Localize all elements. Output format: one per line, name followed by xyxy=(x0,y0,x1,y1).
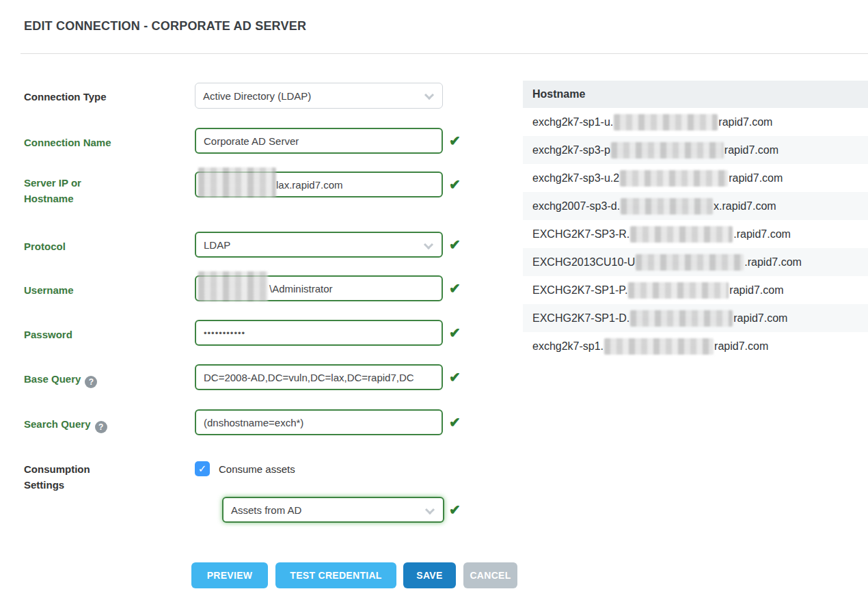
base-query-label: Base Query? xyxy=(24,371,185,388)
hostname-suffix: rapid7.com xyxy=(729,284,783,297)
hostname-prefix: EXCHG2013CU10-U xyxy=(532,256,635,269)
redacted-text-block xyxy=(621,198,713,215)
username-label: Username xyxy=(24,282,185,298)
hostname-suffix: rapid7.com xyxy=(733,312,787,325)
help-icon[interactable]: ? xyxy=(85,376,97,388)
hostname-prefix: exchg2k7-sp3-p xyxy=(532,144,610,156)
redacted-text-block xyxy=(198,167,276,197)
connection-type-value: Active Directory (LDAP) xyxy=(203,90,311,102)
hostname-prefix: EXCHG2K7-SP3-R. xyxy=(532,228,629,241)
username-input[interactable]: \Administrator xyxy=(195,275,443,301)
connection-type-label: Connection Type xyxy=(24,89,185,105)
hostname-row: exchg2k7-sp3-u.2 rapid7.com xyxy=(523,164,868,192)
redacted-text-block xyxy=(604,338,714,355)
username-valid-icon: ✔ xyxy=(449,280,464,297)
hostname-suffix: rapid7.com xyxy=(714,340,768,353)
consume-assets-checkbox[interactable]: ✓ xyxy=(195,461,210,476)
hostname-suffix: rapid7.com xyxy=(718,116,772,128)
redacted-text-block xyxy=(628,282,729,299)
save-button[interactable]: SAVE xyxy=(403,562,456,588)
preview-button[interactable]: PREVIEW xyxy=(191,562,268,588)
hostname-suffix: x.rapid7.com xyxy=(714,200,776,213)
hostname-suffix: .rapid7.com xyxy=(744,256,802,269)
hostname-prefix: EXCHG2K7-SP1-P. xyxy=(532,284,627,297)
test-credential-button[interactable]: TEST CREDENTIAL xyxy=(275,562,396,588)
consume-assets-label: Consume assets xyxy=(219,463,295,475)
page-title: EDIT CONNECTION - CORPORATE AD SERVER xyxy=(24,19,306,33)
redacted-text-block xyxy=(620,170,728,187)
redacted-text-block xyxy=(614,114,718,131)
cancel-button[interactable]: CANCEL xyxy=(463,562,517,588)
hostname-prefix: exchg2007-sp3-d. xyxy=(532,200,620,213)
protocol-valid-icon: ✔ xyxy=(449,236,464,253)
password-valid-icon: ✔ xyxy=(449,325,464,341)
connection-type-select[interactable]: Active Directory (LDAP) xyxy=(195,83,443,109)
server-ip-valid-icon: ✔ xyxy=(449,176,464,193)
hostname-suffix: .rapid7.com xyxy=(733,228,791,241)
hostname-rows: exchg2k7-sp1-u. rapid7.com exchg2k7-sp3-… xyxy=(523,108,868,360)
chevron-down-icon xyxy=(424,240,433,249)
hostname-prefix: exchg2k7-sp3-u.2 xyxy=(532,172,619,184)
hostname-suffix: rapid7.com xyxy=(724,144,778,156)
hostname-table: Hostname exchg2k7-sp1-u. rapid7.com exch… xyxy=(523,81,868,360)
password-label: Password xyxy=(24,327,185,342)
search-query-valid-icon: ✔ xyxy=(449,414,464,430)
connection-name-input[interactable] xyxy=(195,128,443,154)
redacted-text-block xyxy=(630,310,733,327)
protocol-value: LDAP xyxy=(204,239,230,251)
connection-name-label: Connection Name xyxy=(24,135,185,150)
password-input[interactable] xyxy=(195,320,443,346)
protocol-label: Protocol xyxy=(24,238,185,254)
connection-name-valid-icon: ✔ xyxy=(449,133,464,149)
hostname-row: EXCHG2013CU10-U .rapid7.com xyxy=(523,248,868,276)
server-ip-input[interactable]: lax.rapid7.com xyxy=(195,172,443,197)
hostname-suffix: rapid7.com xyxy=(729,172,783,184)
assets-source-value: Assets from AD xyxy=(231,504,301,516)
chevron-down-icon xyxy=(424,90,434,100)
assets-source-valid-icon: ✔ xyxy=(449,502,464,518)
hostname-row: exchg2k7-sp1-u. rapid7.com xyxy=(523,108,868,136)
help-icon[interactable]: ? xyxy=(95,421,107,433)
consumption-settings-label: Consumption Settings xyxy=(24,461,185,493)
redacted-text-block xyxy=(198,271,268,301)
hostname-row: EXCHG2K7-SP1-D. rapid7.com xyxy=(523,304,868,332)
username-visible-value: \Administrator xyxy=(269,283,333,295)
hostname-row: exchg2k7-sp1. rapid7.com xyxy=(523,332,868,360)
hostname-prefix: exchg2k7-sp1. xyxy=(532,340,603,353)
hostname-prefix: EXCHG2K7-SP1-D. xyxy=(532,312,629,325)
hostname-row: EXCHG2K7-SP1-P. rapid7.com xyxy=(523,276,868,304)
redacted-text-block xyxy=(636,254,744,271)
redacted-text-block xyxy=(611,142,724,159)
hostname-row: EXCHG2K7-SP3-R. .rapid7.com xyxy=(523,220,868,248)
hostname-prefix: exchg2k7-sp1-u. xyxy=(532,116,613,128)
search-query-label: Search Query? xyxy=(24,416,185,433)
search-query-input[interactable] xyxy=(195,409,443,435)
base-query-input[interactable] xyxy=(195,364,443,390)
chevron-down-icon xyxy=(425,505,435,515)
assets-source-select[interactable]: Assets from AD xyxy=(222,497,444,523)
hostname-row: exchg2007-sp3-d. x.rapid7.com xyxy=(523,192,868,220)
protocol-select[interactable]: LDAP xyxy=(195,232,443,258)
hostname-table-header: Hostname xyxy=(523,81,868,108)
base-query-valid-icon: ✔ xyxy=(449,369,464,385)
server-ip-visible-value: lax.rapid7.com xyxy=(276,179,343,191)
title-divider xyxy=(21,53,868,54)
server-ip-label: Server IP or Hostname xyxy=(24,175,185,206)
hostname-row: exchg2k7-sp3-p rapid7.com xyxy=(523,136,868,164)
redacted-text-block xyxy=(630,226,733,243)
